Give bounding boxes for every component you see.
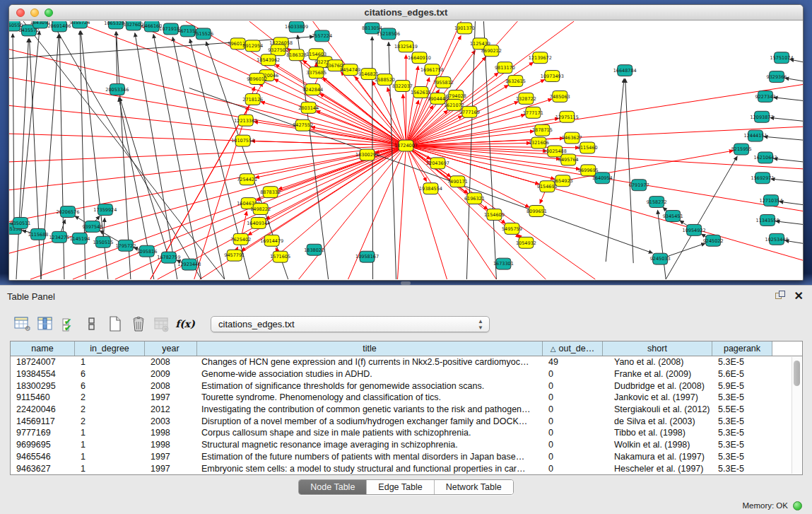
table-cell[interactable]: 9777169 (11, 428, 75, 438)
graph-node[interactable]: 9345451 (663, 211, 683, 222)
table-cell[interactable]: 2 (75, 404, 145, 414)
table-cell[interactable]: 14569117 (11, 416, 75, 426)
graph-node[interactable]: 8322037 (392, 81, 413, 92)
table-cell[interactable]: Wolkin et al. (1998) (603, 440, 712, 450)
table-cell[interactable]: Yano et al. (2008) (603, 357, 712, 367)
graph-node[interactable]: 12975115 (555, 111, 579, 122)
table-cell[interactable]: Tibbo et al. (1998) (603, 428, 712, 438)
table-row[interactable]: 969969511998Structural magnetic resonanc… (11, 439, 802, 451)
table-cell[interactable]: 5.5E-5 (712, 404, 772, 414)
graph-node[interactable]: 16648784 (613, 65, 637, 76)
table-selector-dropdown[interactable]: citations_edges.txt ▲▼ (211, 316, 490, 332)
graph-node[interactable]: 9904448 (428, 93, 448, 104)
table-cell[interactable]: Structural magnetic resonance image aver… (197, 440, 543, 450)
graph-node[interactable]: 1154609 (484, 209, 505, 221)
graph-node[interactable]: 2718126 (242, 93, 263, 105)
graph-node[interactable]: 10719185 (159, 23, 182, 35)
table-cell[interactable]: 5.3E-5 (712, 392, 772, 402)
graph-node[interactable]: 7625402 (230, 233, 251, 245)
table-cell[interactable]: 0 (543, 369, 603, 379)
graph-node[interactable]: 2803144 (298, 102, 319, 113)
graph-node[interactable]: 1498222 (250, 204, 271, 215)
table-cell[interactable]: 0 (543, 381, 603, 391)
graph-node[interactable]: 8690212 (481, 45, 502, 57)
graph-node[interactable]: 15692971 (751, 173, 775, 184)
table-cell[interactable]: 0 (543, 392, 603, 402)
table-cell[interactable]: 5.3E-5 (712, 428, 772, 438)
table-row[interactable]: 946554611997Estimation of the future num… (11, 451, 802, 463)
graph-node[interactable]: 9397548 (82, 221, 102, 232)
table-row[interactable]: 946362711997Embryonic stem cells: a mode… (11, 462, 802, 474)
graph-node[interactable]: 9158272 (647, 197, 667, 208)
graph-node[interactable]: 18325419 (394, 41, 418, 52)
table-cell[interactable]: 18724007 (11, 357, 75, 367)
table-cell[interactable]: 0 (543, 440, 603, 450)
table-row[interactable]: 977716911998Corpus callosum shape and si… (11, 427, 802, 439)
table-cell[interactable]: Estimation of the future numbers of pati… (197, 452, 543, 462)
tab-node-table[interactable]: Node Table (299, 480, 367, 494)
graph-node[interactable]: 1843051 (30, 21, 51, 28)
table-cell[interactable]: 9699695 (11, 440, 75, 450)
graph-node[interactable]: 8912954 (242, 40, 263, 52)
graph-node[interactable]: 9777169 (459, 106, 480, 117)
window-titlebar[interactable]: citations_edges.txt (9, 5, 803, 21)
column-header-out_de[interactable]: △out_de… (543, 341, 603, 356)
graph-node[interactable]: 9329366 (767, 71, 787, 83)
delete-table-button[interactable]: ✕ (153, 315, 171, 333)
table-cell[interactable]: 1998 (145, 428, 197, 438)
graph-node[interactable]: 1328722 (516, 93, 536, 104)
graph-node[interactable]: 9457791 (224, 250, 245, 261)
graph-node[interactable]: 12444151 (744, 130, 767, 141)
table-cell[interactable]: Stergiakouli et al. (2012) (603, 404, 712, 414)
table-cell[interactable]: 0 (543, 452, 603, 462)
table-row[interactable]: 2242004622012Investigating the contribut… (11, 404, 802, 416)
table-cell[interactable]: Hescheler et al. (1997) (603, 464, 712, 474)
close-panel-icon[interactable]: ✕ (794, 291, 804, 301)
graph-node[interactable]: 9146821 (358, 69, 379, 80)
graph-node[interactable]: 1115688 (28, 228, 49, 240)
column-header-pagerank[interactable]: pagerank (712, 341, 772, 356)
column-header-title[interactable]: title (197, 341, 543, 356)
table-cell[interactable]: 6 (75, 381, 145, 391)
graph-node[interactable]: 1878715 (532, 124, 553, 136)
table-cell[interactable]: 9465546 (11, 452, 75, 462)
table-cell[interactable]: 1 (75, 357, 145, 367)
table-cell[interactable]: 49 (543, 357, 603, 367)
table-cell[interactable]: 1997 (145, 452, 197, 462)
graph-node[interactable]: 7254421 (237, 174, 257, 185)
graph-node[interactable]: 15218506 (377, 28, 400, 40)
column-header-year[interactable]: year (145, 341, 197, 356)
graph-node[interactable]: 8878332 (260, 187, 281, 198)
table-cell[interactable]: 2009 (145, 369, 197, 379)
graph-node[interactable]: 1095816 (136, 245, 157, 257)
graph-node[interactable]: 9227343 (755, 90, 776, 102)
table-cell[interactable]: 1997 (145, 392, 197, 402)
graph-node[interactable]: 8454749 (340, 64, 360, 76)
graph-node[interactable]: 3375685 (306, 67, 326, 78)
row-height-button[interactable] (83, 315, 101, 333)
table-cell[interactable]: Franke et al. (2009) (603, 369, 712, 379)
table-cell[interactable]: 18300295 (11, 381, 75, 391)
network-canvas[interactable]: 1872400784355722069140693557241065328713… (9, 21, 803, 280)
graph-node[interactable]: 1350515 (93, 236, 113, 247)
float-panel-icon[interactable] (775, 291, 786, 301)
table-scrollbar-thumb[interactable] (794, 361, 800, 386)
graph-node[interactable]: 9463627 (562, 132, 582, 144)
graph-node[interactable]: 9242844 (302, 84, 323, 95)
table-cell[interactable]: 9463627 (11, 464, 75, 474)
table-cell[interactable]: Dudbridge et al. (2008) (603, 381, 712, 391)
table-cell[interactable]: 2 (75, 416, 145, 426)
table-cell[interactable]: 6 (75, 369, 145, 379)
graph-node[interactable]: 1838022 (304, 244, 324, 255)
graph-node[interactable]: 7485063 (550, 90, 570, 102)
table-cell[interactable]: Jankovic et al. (1997) (603, 392, 712, 402)
graph-node[interactable]: 10253448 (765, 233, 789, 245)
graph-node[interactable]: 1054932 (516, 237, 536, 248)
graph-node[interactable]: 16640910 (408, 52, 431, 64)
graph-node[interactable]: 8350511 (11, 217, 31, 228)
graph-node[interactable]: 9115460 (577, 142, 598, 153)
graph-node[interactable]: 16033809 (285, 21, 308, 33)
graph-node[interactable]: 6791977 (629, 180, 649, 191)
table-cell[interactable]: Estimation of significance thresholds fo… (197, 381, 543, 391)
graph-node[interactable]: 1795722 (115, 240, 136, 251)
